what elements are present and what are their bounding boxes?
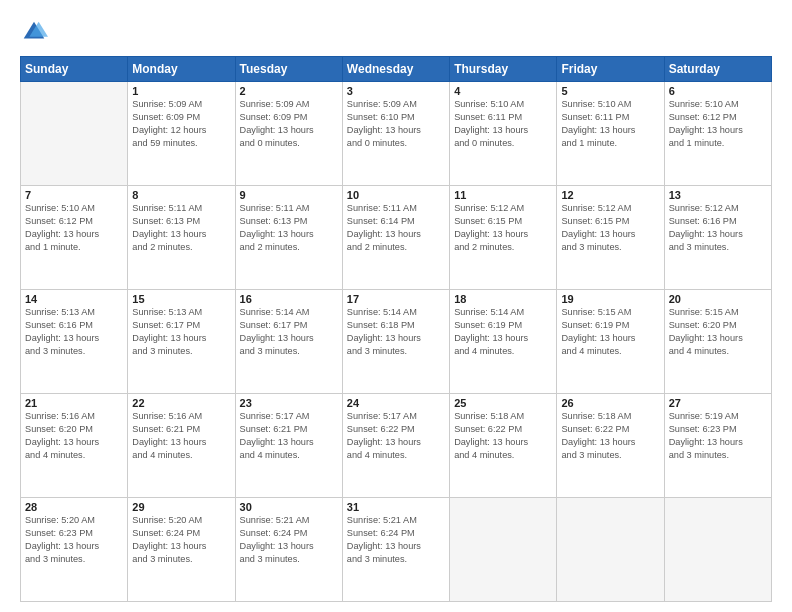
day-number: 17	[347, 293, 445, 305]
day-info: Sunrise: 5:14 AM Sunset: 6:17 PM Dayligh…	[240, 306, 338, 358]
calendar-cell: 20Sunrise: 5:15 AM Sunset: 6:20 PM Dayli…	[664, 290, 771, 394]
day-number: 19	[561, 293, 659, 305]
calendar-week-row: 7Sunrise: 5:10 AM Sunset: 6:12 PM Daylig…	[21, 186, 772, 290]
calendar-cell: 14Sunrise: 5:13 AM Sunset: 6:16 PM Dayli…	[21, 290, 128, 394]
calendar-cell: 25Sunrise: 5:18 AM Sunset: 6:22 PM Dayli…	[450, 394, 557, 498]
day-number: 16	[240, 293, 338, 305]
header-sunday: Sunday	[21, 57, 128, 82]
day-number: 18	[454, 293, 552, 305]
calendar-cell: 5Sunrise: 5:10 AM Sunset: 6:11 PM Daylig…	[557, 82, 664, 186]
day-number: 20	[669, 293, 767, 305]
calendar-week-row: 1Sunrise: 5:09 AM Sunset: 6:09 PM Daylig…	[21, 82, 772, 186]
day-number: 5	[561, 85, 659, 97]
day-number: 10	[347, 189, 445, 201]
day-info: Sunrise: 5:14 AM Sunset: 6:18 PM Dayligh…	[347, 306, 445, 358]
day-info: Sunrise: 5:18 AM Sunset: 6:22 PM Dayligh…	[561, 410, 659, 462]
logo-icon	[20, 18, 48, 46]
day-number: 31	[347, 501, 445, 513]
calendar-cell: 4Sunrise: 5:10 AM Sunset: 6:11 PM Daylig…	[450, 82, 557, 186]
day-info: Sunrise: 5:16 AM Sunset: 6:21 PM Dayligh…	[132, 410, 230, 462]
calendar-cell: 29Sunrise: 5:20 AM Sunset: 6:24 PM Dayli…	[128, 498, 235, 602]
day-number: 13	[669, 189, 767, 201]
weekday-header-row: Sunday Monday Tuesday Wednesday Thursday…	[21, 57, 772, 82]
header-friday: Friday	[557, 57, 664, 82]
calendar-cell	[21, 82, 128, 186]
calendar-cell: 23Sunrise: 5:17 AM Sunset: 6:21 PM Dayli…	[235, 394, 342, 498]
day-number: 4	[454, 85, 552, 97]
day-info: Sunrise: 5:17 AM Sunset: 6:21 PM Dayligh…	[240, 410, 338, 462]
day-info: Sunrise: 5:10 AM Sunset: 6:11 PM Dayligh…	[454, 98, 552, 150]
header-wednesday: Wednesday	[342, 57, 449, 82]
day-number: 29	[132, 501, 230, 513]
calendar-cell	[557, 498, 664, 602]
day-number: 23	[240, 397, 338, 409]
calendar-cell: 19Sunrise: 5:15 AM Sunset: 6:19 PM Dayli…	[557, 290, 664, 394]
day-info: Sunrise: 5:12 AM Sunset: 6:16 PM Dayligh…	[669, 202, 767, 254]
day-info: Sunrise: 5:09 AM Sunset: 6:10 PM Dayligh…	[347, 98, 445, 150]
calendar-week-row: 28Sunrise: 5:20 AM Sunset: 6:23 PM Dayli…	[21, 498, 772, 602]
calendar-cell	[664, 498, 771, 602]
calendar-cell: 11Sunrise: 5:12 AM Sunset: 6:15 PM Dayli…	[450, 186, 557, 290]
day-info: Sunrise: 5:13 AM Sunset: 6:17 PM Dayligh…	[132, 306, 230, 358]
calendar-cell: 9Sunrise: 5:11 AM Sunset: 6:13 PM Daylig…	[235, 186, 342, 290]
calendar-cell: 30Sunrise: 5:21 AM Sunset: 6:24 PM Dayli…	[235, 498, 342, 602]
day-info: Sunrise: 5:21 AM Sunset: 6:24 PM Dayligh…	[240, 514, 338, 566]
day-number: 1	[132, 85, 230, 97]
calendar-cell: 27Sunrise: 5:19 AM Sunset: 6:23 PM Dayli…	[664, 394, 771, 498]
calendar-cell: 31Sunrise: 5:21 AM Sunset: 6:24 PM Dayli…	[342, 498, 449, 602]
day-info: Sunrise: 5:19 AM Sunset: 6:23 PM Dayligh…	[669, 410, 767, 462]
calendar-cell: 3Sunrise: 5:09 AM Sunset: 6:10 PM Daylig…	[342, 82, 449, 186]
logo	[20, 18, 52, 46]
day-number: 30	[240, 501, 338, 513]
calendar-cell: 18Sunrise: 5:14 AM Sunset: 6:19 PM Dayli…	[450, 290, 557, 394]
day-number: 8	[132, 189, 230, 201]
calendar-cell: 24Sunrise: 5:17 AM Sunset: 6:22 PM Dayli…	[342, 394, 449, 498]
header-tuesday: Tuesday	[235, 57, 342, 82]
calendar-cell: 26Sunrise: 5:18 AM Sunset: 6:22 PM Dayli…	[557, 394, 664, 498]
day-info: Sunrise: 5:10 AM Sunset: 6:12 PM Dayligh…	[669, 98, 767, 150]
calendar-cell	[450, 498, 557, 602]
day-info: Sunrise: 5:15 AM Sunset: 6:20 PM Dayligh…	[669, 306, 767, 358]
header-monday: Monday	[128, 57, 235, 82]
day-number: 25	[454, 397, 552, 409]
calendar-cell: 15Sunrise: 5:13 AM Sunset: 6:17 PM Dayli…	[128, 290, 235, 394]
day-number: 2	[240, 85, 338, 97]
day-info: Sunrise: 5:17 AM Sunset: 6:22 PM Dayligh…	[347, 410, 445, 462]
day-info: Sunrise: 5:20 AM Sunset: 6:23 PM Dayligh…	[25, 514, 123, 566]
calendar-cell: 7Sunrise: 5:10 AM Sunset: 6:12 PM Daylig…	[21, 186, 128, 290]
calendar-cell: 28Sunrise: 5:20 AM Sunset: 6:23 PM Dayli…	[21, 498, 128, 602]
day-info: Sunrise: 5:11 AM Sunset: 6:14 PM Dayligh…	[347, 202, 445, 254]
day-number: 11	[454, 189, 552, 201]
header-saturday: Saturday	[664, 57, 771, 82]
day-info: Sunrise: 5:11 AM Sunset: 6:13 PM Dayligh…	[240, 202, 338, 254]
day-number: 15	[132, 293, 230, 305]
day-info: Sunrise: 5:14 AM Sunset: 6:19 PM Dayligh…	[454, 306, 552, 358]
header	[20, 18, 772, 46]
calendar-cell: 12Sunrise: 5:12 AM Sunset: 6:15 PM Dayli…	[557, 186, 664, 290]
page: Sunday Monday Tuesday Wednesday Thursday…	[0, 0, 792, 612]
day-number: 28	[25, 501, 123, 513]
day-info: Sunrise: 5:16 AM Sunset: 6:20 PM Dayligh…	[25, 410, 123, 462]
calendar-cell: 6Sunrise: 5:10 AM Sunset: 6:12 PM Daylig…	[664, 82, 771, 186]
day-info: Sunrise: 5:15 AM Sunset: 6:19 PM Dayligh…	[561, 306, 659, 358]
day-info: Sunrise: 5:20 AM Sunset: 6:24 PM Dayligh…	[132, 514, 230, 566]
day-info: Sunrise: 5:13 AM Sunset: 6:16 PM Dayligh…	[25, 306, 123, 358]
day-info: Sunrise: 5:09 AM Sunset: 6:09 PM Dayligh…	[132, 98, 230, 150]
day-number: 3	[347, 85, 445, 97]
calendar-cell: 13Sunrise: 5:12 AM Sunset: 6:16 PM Dayli…	[664, 186, 771, 290]
header-thursday: Thursday	[450, 57, 557, 82]
day-number: 26	[561, 397, 659, 409]
day-info: Sunrise: 5:10 AM Sunset: 6:11 PM Dayligh…	[561, 98, 659, 150]
day-number: 27	[669, 397, 767, 409]
calendar-week-row: 14Sunrise: 5:13 AM Sunset: 6:16 PM Dayli…	[21, 290, 772, 394]
day-info: Sunrise: 5:12 AM Sunset: 6:15 PM Dayligh…	[561, 202, 659, 254]
day-info: Sunrise: 5:09 AM Sunset: 6:09 PM Dayligh…	[240, 98, 338, 150]
day-number: 7	[25, 189, 123, 201]
calendar-table: Sunday Monday Tuesday Wednesday Thursday…	[20, 56, 772, 602]
day-number: 24	[347, 397, 445, 409]
day-number: 22	[132, 397, 230, 409]
day-number: 12	[561, 189, 659, 201]
calendar-cell: 21Sunrise: 5:16 AM Sunset: 6:20 PM Dayli…	[21, 394, 128, 498]
day-info: Sunrise: 5:21 AM Sunset: 6:24 PM Dayligh…	[347, 514, 445, 566]
calendar-cell: 17Sunrise: 5:14 AM Sunset: 6:18 PM Dayli…	[342, 290, 449, 394]
